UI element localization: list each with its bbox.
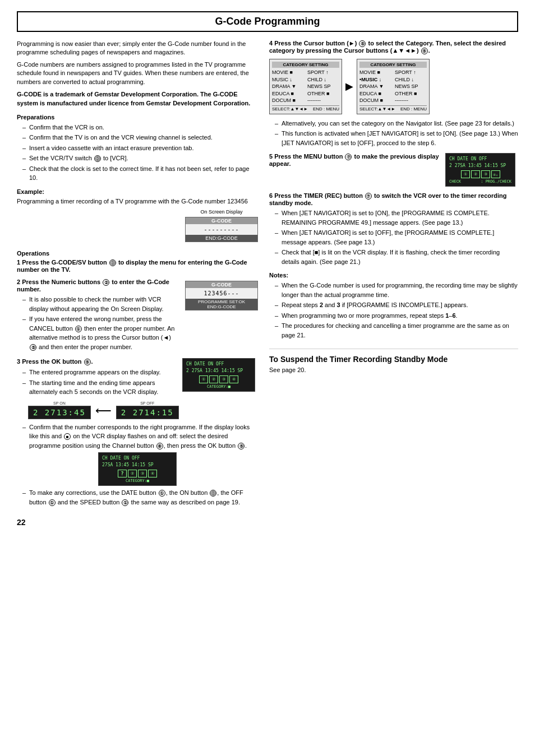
step5-num: 5 [269,153,274,160]
step3-num: 3 [17,358,22,365]
step2-item2: If you have entered the wrong number, pr… [22,314,181,351]
note-item-4: The procedures for checking and cancelli… [275,321,518,340]
intro-para1: Programming is now easier than ever; sim… [17,40,258,57]
on-screen-label: On Screen Display [185,209,258,215]
prep-item-4: Set the VCR/TV switch ⓪ to [VCR]. [22,154,258,163]
step1: 1 Press the G-CODE/SV button ⓪ to displa… [17,259,258,273]
step3-vcr2: CH DATE ON OFF 27SA 13:45 14:15 SP ? ② ③… [98,452,177,486]
step3-item2: The starting time and the ending time ap… [22,378,174,397]
cat-before: CATEGORY SETTING MOVIE ■ MUSIC ↓ DRAMA ▼… [269,59,342,114]
note-item-1: When the G-Code number is used for progr… [275,281,518,299]
prep-item-5: Check that the clock is set to the corre… [22,164,258,183]
prep-item-3: Insert a video cassette with an intact e… [22,143,258,153]
step1-num: 1 [17,259,22,266]
step5-display: CH DATE ON OFF 2 27SA 13:45 14:15 SP ① ②… [445,153,518,187]
notes-heading: Notes: [269,272,518,279]
step2-screen: G-CODE 123456--- PROGRAMME SET:OKEND:G-C… [185,281,258,310]
preparations-list: Confirm that the VCR is on. Confirm that… [17,123,258,183]
note-item-2: Repeat steps 2 and 3 if [PROGRAMME IS IN… [275,300,518,310]
preparations-heading: Preparations [17,114,258,120]
vcr-display-time1: 2 2713:45 [28,406,91,419]
step2: 2 Press the Numeric buttons ② to enter t… [17,279,258,353]
step3-title: Press the OK button ⑤. [22,358,93,365]
step3-vcr1: CH DATE ON OFF 2 27SA 13:45 14:15 SP ① ②… [182,358,255,392]
category-setting-display: CATEGORY SETTING MOVIE ■ MUSIC ↓ DRAMA ▼… [269,59,518,114]
step4-note2: This function is activated when [JET NAV… [275,129,518,147]
step3-item1: The entered programme appears on the dis… [22,368,174,377]
step6-item3: Check that [■] is lit on the VCR display… [275,248,518,266]
intro-para2: G-Code numbers are numbers assigned to p… [17,61,258,86]
suspend-title: To Suspend the Timer Recording Standby M… [269,355,518,364]
step6-item2: When [JET NAVIGATOR] is set to [OFF], th… [275,228,518,247]
step6: 6 Press the TIMER (REC) button ⑦ to swit… [269,192,518,266]
suspend-section: To Suspend the Timer Recording Standby M… [269,349,518,374]
step1-screen: G-CODE --------- END:G-CODE [185,217,258,242]
note-item-3: When programming two or more programmes,… [275,311,518,321]
page-title: G-Code Programming [17,11,518,32]
prep-item-1: Confirm that the VCR is on. [22,123,258,132]
step5: 5 Press the MENU button ⑦ to make the pr… [269,153,518,187]
trademark-text: G-CODE is a trademark of Gemstar Develop… [17,90,258,108]
check-row: CHECK : PROG./CHECK [449,179,511,184]
example-heading: Example: [17,188,258,195]
step4-alt-note: Alternatively, you can set the category … [275,119,518,128]
step3-item4: To make any corrections, use the DATE bu… [22,488,258,507]
step1-title: Press the G-CODE/SV button ⓪ to display … [17,259,247,273]
prep-item-2: Confirm that the TV is on and the VCR vi… [22,133,258,142]
step6-num: 6 [269,192,274,199]
step4-num: 4 [269,40,274,47]
arrow-right-icon: ▶ [345,80,353,92]
step6-item1: When [JET NAVIGATOR] is set to [ON], the… [275,208,518,227]
example-text: Programming a timer recording of a TV pr… [17,197,258,206]
step2-num: 2 [17,279,22,285]
step2-title: Press the Numeric buttons ② to enter the… [17,279,169,293]
cat-after: CATEGORY SETTING MOVIE ■ •MUSIC ↓ DRAMA … [357,59,430,114]
suspend-text: See page 20. [269,366,518,374]
arrow-icon: ⟵ [95,403,112,417]
step5-title: Press the MENU button ⑦ to make the prev… [269,153,439,167]
step2-item1: It is also possible to check the number … [22,295,181,313]
page-number: 22 [17,518,258,527]
vcr-display-time2: 2 2714:15 [116,406,179,419]
step4: 4 Press the Cursor button (►) ⑤ to selec… [269,40,518,147]
notes-section: Notes: When the G-Code number is used fo… [269,272,518,340]
operations-heading: Operations [17,250,258,257]
step3-item3: Confirm that the number corresponds to t… [22,423,258,451]
step4-title: Press the Cursor button (►) ⑤ to select … [269,40,506,54]
step3: 3 Press the OK button ⑤. The entered pro… [17,358,258,507]
step6-title: Press the TIMER (REC) button ⑦ to switch… [269,192,507,206]
